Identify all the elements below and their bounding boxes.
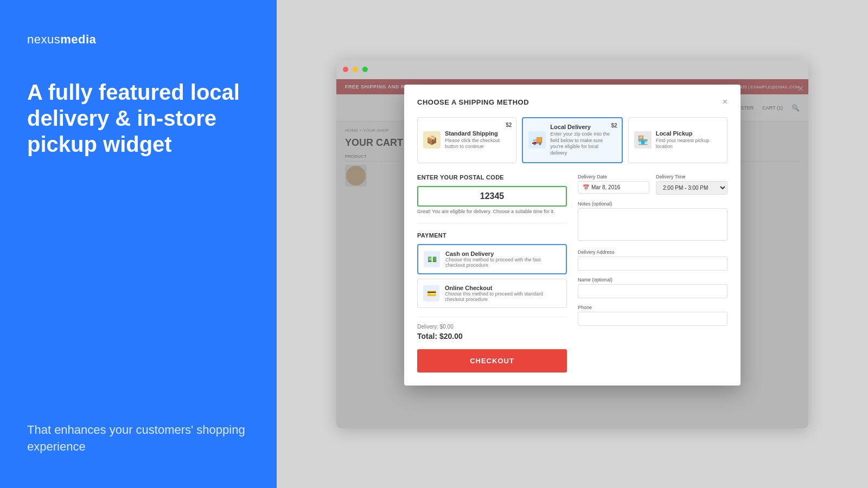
date-time-row: Delivery Date 📅 Mar 8, 2016 Delivery Tim… xyxy=(578,174,727,195)
delivery-date-value: Mar 8, 2016 xyxy=(591,184,620,190)
delivery-date-input[interactable]: 📅 Mar 8, 2016 xyxy=(578,181,649,194)
modal-overlay: CHOOSE A SHIPPING METHOD × $2 📦 Standard… xyxy=(336,79,808,428)
modal-left-column: ENTER YOUR POSTAL CODE Great! You are el… xyxy=(417,174,567,373)
standard-info: Standard Shipping Please click the check… xyxy=(445,130,510,150)
total-amount: Total: $20.00 xyxy=(417,332,567,341)
postal-section-title: ENTER YOUR POSTAL CODE xyxy=(417,174,567,181)
delivery-address-input[interactable] xyxy=(578,256,727,271)
totals-section: Delivery: $0.00 Total: $20.00 xyxy=(417,317,567,341)
checkout-button[interactable]: CHECKOUT xyxy=(417,349,567,373)
payment-option-online[interactable]: 💳 Online Checkout Choose this method to … xyxy=(417,279,567,308)
local-delivery-price: $2 xyxy=(611,123,617,129)
phone-label: Phone xyxy=(578,305,727,310)
local-delivery-name: Local Delivery xyxy=(550,124,616,130)
name-label: Name (optional) xyxy=(578,277,727,282)
standard-name: Standard Shipping xyxy=(445,130,510,137)
payment-option-cod[interactable]: 💵 Cash on Delivery Choose this method to… xyxy=(417,244,567,274)
brand-logo: nexusmedia xyxy=(27,33,250,47)
name-form-group: Name (optional) xyxy=(578,277,727,298)
browser-topbar xyxy=(336,60,808,79)
phone-form-group: Phone xyxy=(578,305,727,326)
cod-icon: 💵 xyxy=(424,251,440,267)
headline: A fully featured local delivery & in-sto… xyxy=(27,79,250,157)
delivery-time-label: Delivery Time xyxy=(656,174,727,179)
delivery-date-col: Delivery Date 📅 Mar 8, 2016 xyxy=(578,174,649,195)
postal-form-group: Great! You are eligible for delivery. Ch… xyxy=(417,186,567,214)
browser-content: FREE SHIPPING AND RETURNS CONTACT | 0800… xyxy=(336,79,808,428)
postal-success-text: Great! You are eligible for delivery. Ch… xyxy=(417,209,567,214)
shipping-option-standard[interactable]: $2 📦 Standard Shipping Please click the … xyxy=(417,117,516,163)
calendar-icon: 📅 xyxy=(583,184,589,190)
local-pickup-info: Local Pickup Find your nearest pickup lo… xyxy=(656,130,722,150)
postal-code-input[interactable] xyxy=(417,186,567,207)
payment-section: PAYMENT 💵 Cash on Delivery Choose this m… xyxy=(417,223,567,308)
browser-mockup: FREE SHIPPING AND RETURNS CONTACT | 0800… xyxy=(336,60,808,428)
delivery-address-label: Delivery Address xyxy=(578,249,727,255)
phone-input[interactable] xyxy=(578,312,727,326)
browser-dot-yellow xyxy=(353,67,358,72)
local-delivery-info: Local Delivery Enter your zip code into … xyxy=(550,124,616,157)
notes-textarea[interactable] xyxy=(578,208,727,241)
browser-dot-red xyxy=(343,67,348,72)
browser-close-x[interactable]: ✕ xyxy=(797,84,804,94)
local-pickup-desc: Find your nearest pickup location xyxy=(656,138,722,150)
shipping-option-local-delivery[interactable]: $2 🚚 Local Delivery Enter your zip code … xyxy=(522,117,622,163)
brand-name-bold: media xyxy=(60,33,96,46)
online-name: Online Checkout xyxy=(445,285,561,291)
delivery-address-group: Delivery Address xyxy=(578,249,727,271)
shipping-methods: $2 📦 Standard Shipping Please click the … xyxy=(417,117,727,163)
local-pickup-icon: 🏪 xyxy=(634,131,652,149)
right-panel: FREE SHIPPING AND RETURNS CONTACT | 0800… xyxy=(277,0,868,488)
tagline: That enhances your customers' shopping e… xyxy=(27,400,250,455)
modal-title: CHOOSE A SHIPPING METHOD xyxy=(417,98,529,106)
payment-section-title: PAYMENT xyxy=(417,232,567,239)
delivery-date-label: Delivery Date xyxy=(578,174,649,179)
local-delivery-desc: Enter your zip code into the field below… xyxy=(550,131,616,157)
shipping-modal: CHOOSE A SHIPPING METHOD × $2 📦 Standard… xyxy=(404,85,741,386)
modal-right-column: Delivery Date 📅 Mar 8, 2016 Delivery Tim… xyxy=(578,174,727,373)
notes-form-group: Notes (optional) xyxy=(578,201,727,243)
cod-info: Cash on Delivery Choose this method to p… xyxy=(445,251,560,268)
local-pickup-name: Local Pickup xyxy=(656,130,722,137)
left-panel: nexusmedia A fully featured local delive… xyxy=(0,0,277,488)
standard-desc: Please click the checkout button to cont… xyxy=(445,138,510,150)
browser-dot-green xyxy=(362,67,368,72)
cod-name: Cash on Delivery xyxy=(445,251,560,257)
modal-close-button[interactable]: × xyxy=(723,98,727,106)
brand-name-light: nexus xyxy=(27,33,60,46)
delivery-time-col: Delivery Time 2:00 PM - 3:00 PM 3:00 PM … xyxy=(656,174,727,195)
name-input[interactable] xyxy=(578,284,727,298)
standard-icon: 📦 xyxy=(423,131,441,149)
online-icon: 💳 xyxy=(423,285,439,301)
cod-desc: Choose this method to proceed with the f… xyxy=(445,257,560,268)
modal-header: CHOOSE A SHIPPING METHOD × xyxy=(417,98,727,106)
delivery-cost: Delivery: $0.00 xyxy=(417,324,567,330)
online-desc: Choose this method to proceed with stand… xyxy=(445,291,561,302)
modal-columns: ENTER YOUR POSTAL CODE Great! You are el… xyxy=(417,174,727,373)
online-info: Online Checkout Choose this method to pr… xyxy=(445,285,561,302)
standard-price: $2 xyxy=(506,122,512,128)
notes-label: Notes (optional) xyxy=(578,201,727,207)
delivery-time-select[interactable]: 2:00 PM - 3:00 PM 3:00 PM - 4:00 PM xyxy=(656,181,727,195)
local-delivery-icon: 🚚 xyxy=(528,131,546,149)
shipping-option-local-pickup[interactable]: 🏪 Local Pickup Find your nearest pickup … xyxy=(628,117,727,163)
